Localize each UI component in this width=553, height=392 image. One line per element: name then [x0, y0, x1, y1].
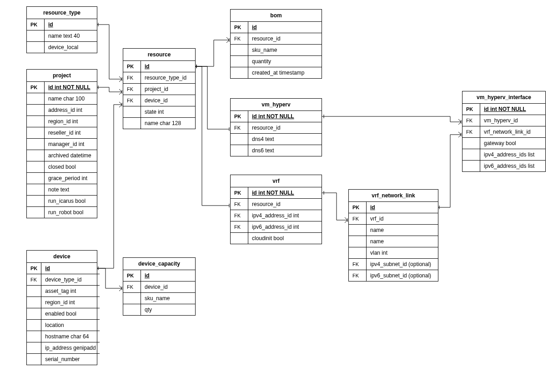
column-key: [123, 118, 141, 129]
table-row: created_at timestamp: [231, 67, 322, 79]
column-key: [463, 149, 480, 161]
table-row: sku_name: [231, 45, 322, 56]
column-key: FK: [463, 126, 480, 138]
column-key: [231, 56, 248, 67]
entity-columns: PKid int NOT NULLFKresource_iddns4 textd…: [231, 111, 322, 156]
column-field: qty: [141, 304, 196, 316]
column-field: reseller_id int: [45, 127, 97, 139]
column-field: asset_tag int: [41, 286, 100, 297]
table-row: region_id int: [27, 116, 97, 127]
column-field: device_local: [45, 42, 97, 53]
column-key: [231, 145, 248, 156]
table-row: state int: [123, 106, 195, 118]
column-field: ip_address genipadd: [41, 342, 100, 354]
entity-bom: bom PKidFKresource_idsku_namequantitycre…: [230, 9, 322, 79]
table-row: FKipv6_address_id int: [231, 221, 322, 233]
column-key: [27, 196, 45, 207]
column-key: PK: [463, 104, 480, 115]
column-key: [27, 173, 45, 184]
entity-columns: PKidname text 40device_local: [27, 19, 97, 53]
column-field: run_icarus bool: [45, 196, 97, 207]
table-row: region_id int: [27, 297, 100, 308]
table-row: FKresource_id: [231, 199, 322, 210]
column-field: id int NOT NULL: [248, 187, 322, 199]
column-key: [27, 297, 41, 308]
column-field: serial_number: [41, 354, 100, 365]
column-field: id: [141, 61, 196, 72]
column-key: [27, 286, 41, 297]
column-field: resource_id: [248, 199, 322, 210]
table-row: PKid int NOT NULL: [463, 104, 545, 115]
table-row: ip_address genipadd: [27, 342, 100, 354]
table-row: asset_tag int: [27, 286, 100, 297]
table-row: FKvrf_network_link_id: [463, 126, 545, 138]
table-row: vlan int: [349, 247, 438, 259]
column-field: ipv4_subnet_id (optional): [367, 259, 438, 270]
column-field: ipv4_address_id int: [248, 210, 322, 221]
column-key: [349, 247, 367, 259]
column-key: PK: [349, 202, 367, 213]
entity-title: vm_hyperv_interface: [463, 91, 545, 104]
column-key: FK: [27, 274, 41, 286]
table-row: note text: [27, 184, 97, 196]
column-key: PK: [231, 22, 248, 33]
column-key: PK: [231, 187, 248, 199]
table-row: ipv6_address_ids list: [463, 161, 545, 172]
table-row: FKvrf_id: [349, 213, 438, 225]
table-row: manager_id int: [27, 139, 97, 150]
table-row: device_local: [27, 42, 97, 53]
column-key: [27, 354, 41, 365]
column-key: [27, 207, 45, 218]
table-row: run_robot bool: [27, 207, 97, 218]
entity-columns: PKidFKdevice_type_idasset_tag intregion_…: [27, 263, 100, 365]
column-field: name char 100: [45, 93, 97, 105]
entity-title: bom: [231, 10, 322, 22]
column-field: created_at timestamp: [248, 67, 322, 79]
column-field: enabled bool: [41, 308, 100, 320]
column-field: region_id int: [45, 116, 97, 127]
table-row: location: [27, 320, 100, 331]
table-row: dns4 text: [231, 134, 322, 145]
column-key: [27, 184, 45, 196]
column-key: [349, 236, 367, 247]
column-key: [349, 225, 367, 236]
column-key: FK: [231, 199, 248, 210]
table-row: grace_period int: [27, 173, 97, 184]
column-field: closed bool: [45, 161, 97, 173]
column-key: [27, 105, 45, 116]
table-row: FKdevice_id: [123, 281, 195, 293]
column-field: note text: [45, 184, 97, 196]
column-field: vlan int: [367, 247, 438, 259]
entity-columns: PKid int NOT NULLFKresource_idFKipv4_add…: [231, 187, 322, 244]
column-field: region_id int: [41, 297, 100, 308]
table-row: FKproject_id: [123, 84, 195, 95]
column-key: PK: [123, 61, 141, 72]
column-key: [27, 42, 45, 53]
column-field: grace_period int: [45, 173, 97, 184]
column-key: [231, 45, 248, 56]
table-row: FKipv4_subnet_id (optional): [349, 259, 438, 270]
column-field: name text 40: [45, 30, 97, 42]
column-key: [27, 342, 41, 354]
column-key: FK: [123, 281, 141, 293]
column-field: id: [367, 202, 438, 213]
entity-vrf: vrf PKid int NOT NULLFKresource_idFKipv4…: [230, 175, 322, 244]
column-field: name: [367, 236, 438, 247]
table-row: enabled bool: [27, 308, 100, 320]
column-key: FK: [123, 72, 141, 84]
column-key: [123, 106, 141, 118]
column-key: FK: [349, 270, 367, 281]
table-row: name: [349, 225, 438, 236]
table-row: serial_number: [27, 354, 100, 365]
column-field: id int NOT NULL: [45, 82, 97, 93]
column-field: name char 128: [141, 118, 196, 129]
column-field: ipv6_subnet_id (optional): [367, 270, 438, 281]
column-field: gateway bool: [480, 138, 546, 149]
column-key: FK: [231, 210, 248, 221]
table-row: gateway bool: [463, 138, 545, 149]
column-key: [27, 139, 45, 150]
column-field: vm_hyperv_id: [480, 115, 546, 126]
table-row: PKid int NOT NULL: [231, 187, 322, 199]
entity-columns: PKidFKresource_type_idFKproject_idFKdevi…: [123, 61, 195, 129]
column-key: FK: [231, 221, 248, 233]
